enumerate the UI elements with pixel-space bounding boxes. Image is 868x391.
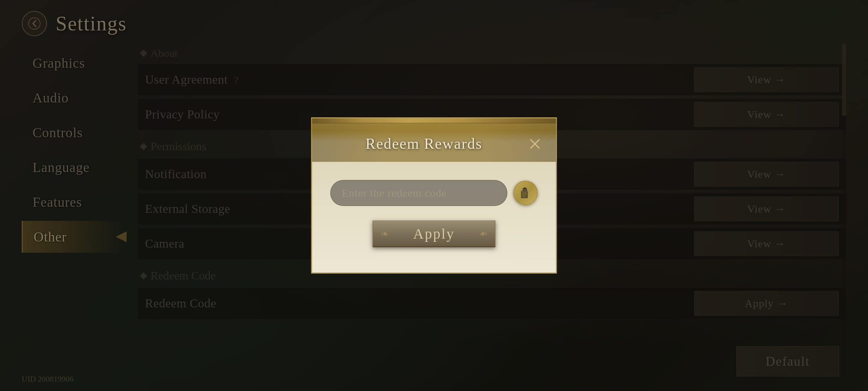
paste-button[interactable] (513, 181, 538, 205)
redeem-code-input[interactable] (330, 180, 507, 206)
modal-header: Redeem Rewards (312, 123, 556, 162)
redeem-input-row (330, 180, 538, 206)
paste-icon (519, 187, 532, 199)
modal-overlay: Redeem Rewards Apply (0, 0, 868, 391)
modal-apply-button[interactable]: Apply (373, 220, 495, 247)
modal-body: Apply (312, 162, 556, 258)
modal-close-button[interactable] (525, 134, 545, 154)
svg-rect-3 (523, 188, 526, 189)
redeem-rewards-modal: Redeem Rewards Apply (311, 117, 557, 274)
modal-top-edge (312, 118, 556, 123)
modal-title: Redeem Rewards (323, 135, 525, 152)
